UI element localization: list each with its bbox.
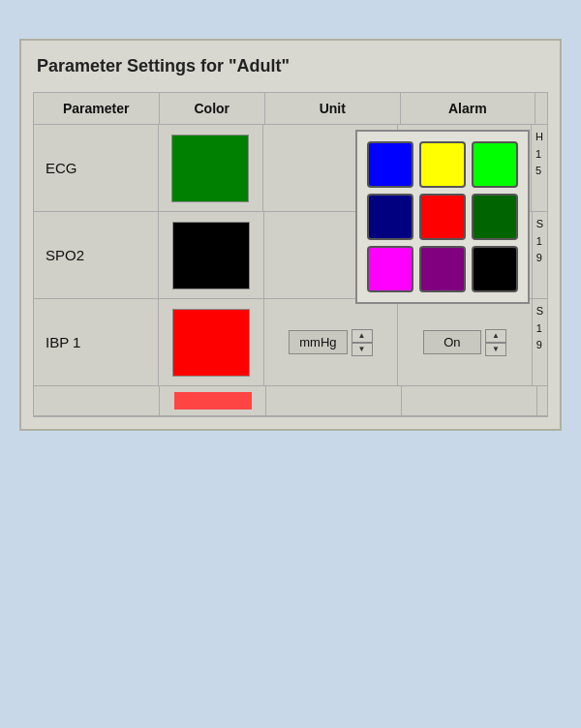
partial-alarm xyxy=(402,386,537,415)
ibp1-alarm-stepper: On ▲ ▼ xyxy=(423,329,506,356)
table-row: ECG xyxy=(34,125,547,212)
header-parameter: Parameter xyxy=(34,93,160,124)
color-option-yellow[interactable] xyxy=(419,141,466,188)
color-option-blue[interactable] xyxy=(367,141,413,188)
ibp1-alarm-cell: On ▲ ▼ xyxy=(398,299,533,385)
ecg-parameter-label: ECG xyxy=(34,125,159,211)
ecg-extra-cell: H15 xyxy=(532,125,547,211)
header-color: Color xyxy=(160,93,266,124)
header-unit: Unit xyxy=(265,93,400,124)
panel-title: Parameter Settings for "Adult" xyxy=(33,56,548,76)
spo2-extra-values: S19 xyxy=(536,216,543,267)
partial-color xyxy=(160,386,266,415)
ibp1-unit-stepper: mmHg ▲ ▼ xyxy=(289,329,372,356)
ecg-color-swatch[interactable] xyxy=(171,135,249,202)
parameter-table: Parameter Color Unit Alarm ECG xyxy=(33,92,548,417)
spo2-color-swatch[interactable] xyxy=(172,222,250,289)
color-option-red[interactable] xyxy=(419,194,466,240)
color-option-purple[interactable] xyxy=(419,246,466,292)
color-option-lime[interactable] xyxy=(472,141,518,188)
ibp1-color-cell[interactable] xyxy=(159,299,264,385)
ibp1-extra-cell: S19 xyxy=(533,299,547,385)
ecg-unit-cell xyxy=(263,125,397,211)
header-extra xyxy=(535,93,547,124)
table-row xyxy=(34,386,547,416)
header-alarm: Alarm xyxy=(401,93,535,124)
ibp1-unit-down-button[interactable]: ▼ xyxy=(352,343,373,356)
partial-parameter xyxy=(34,386,160,415)
ibp1-alarm-value: On xyxy=(423,330,481,354)
ibp1-alarm-buttons: ▲ ▼ xyxy=(485,329,506,356)
ecg-color-cell[interactable] xyxy=(159,125,264,211)
settings-panel: Parameter Settings for "Adult" Parameter… xyxy=(19,39,562,431)
ibp1-unit-buttons: ▲ ▼ xyxy=(352,329,373,356)
ibp1-color-swatch[interactable] xyxy=(172,309,250,377)
spo2-extra-cell: S19 xyxy=(533,212,547,298)
color-option-navy[interactable] xyxy=(367,194,413,240)
ibp1-extra-values: S19 xyxy=(536,303,543,354)
spo2-color-cell[interactable] xyxy=(159,212,264,298)
spo2-parameter-label: SPO2 xyxy=(34,212,159,298)
ibp1-alarm-down-button[interactable]: ▼ xyxy=(485,343,506,356)
ibp1-parameter-label: IBP 1 xyxy=(34,299,159,385)
table-row: IBP 1 mmHg ▲ ▼ On ▲ ▼ xyxy=(34,299,547,386)
color-option-black[interactable] xyxy=(472,246,518,292)
ecg-extra-values: H15 xyxy=(535,129,543,180)
color-option-darkgreen[interactable] xyxy=(472,194,518,240)
ibp1-unit-cell: mmHg ▲ ▼ xyxy=(264,299,399,385)
ibp1-unit-up-button[interactable]: ▲ xyxy=(352,329,373,343)
partial-unit xyxy=(266,386,402,415)
color-picker-popup xyxy=(355,130,530,304)
table-header: Parameter Color Unit Alarm xyxy=(34,93,547,125)
color-option-magenta[interactable] xyxy=(367,246,413,292)
partial-extra xyxy=(537,386,547,415)
ibp1-unit-value: mmHg xyxy=(289,330,347,354)
ibp1-alarm-up-button[interactable]: ▲ xyxy=(485,329,506,343)
